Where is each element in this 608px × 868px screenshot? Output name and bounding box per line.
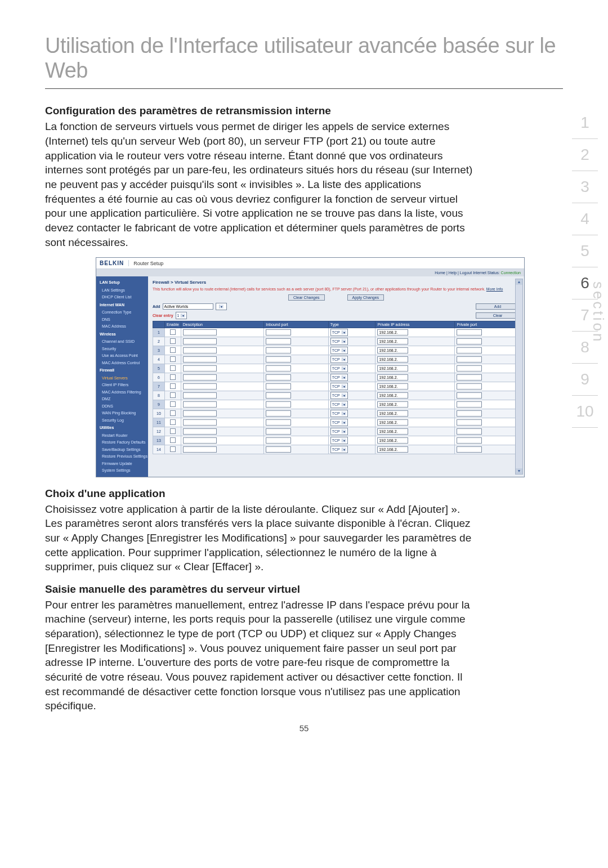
private-ip-input[interactable]	[377, 329, 408, 335]
checkbox-icon[interactable]	[170, 392, 176, 398]
private-port-input[interactable]	[457, 374, 482, 381]
private-ip-cell[interactable]	[375, 436, 455, 445]
nav-item[interactable]: DMZ	[96, 396, 148, 403]
description-input[interactable]	[183, 329, 217, 335]
enable-cell[interactable]	[165, 346, 181, 355]
more-info-link[interactable]: More Info	[486, 287, 503, 291]
description-input[interactable]	[183, 347, 217, 354]
private-port-input[interactable]	[457, 428, 482, 435]
nav-item[interactable]: MAC Address	[96, 323, 148, 330]
description-cell[interactable]	[181, 391, 264, 400]
nav-item[interactable]: DDNS	[96, 403, 148, 410]
nav-item[interactable]: Security Log	[96, 417, 148, 424]
private-port-input[interactable]	[457, 392, 482, 399]
private-ip-cell[interactable]	[375, 418, 455, 427]
private-port-cell[interactable]	[455, 337, 520, 346]
private-ip-input[interactable]	[377, 392, 408, 399]
inbound-port-input[interactable]	[266, 383, 291, 390]
private-port-input[interactable]	[457, 383, 482, 390]
inbound-port-input[interactable]	[266, 374, 291, 381]
description-cell[interactable]	[181, 364, 264, 373]
description-input[interactable]	[183, 383, 217, 390]
private-ip-cell[interactable]	[375, 364, 455, 373]
description-input[interactable]	[183, 446, 217, 453]
type-select[interactable]: TCP	[330, 338, 348, 345]
checkbox-icon[interactable]	[170, 347, 176, 353]
private-port-input[interactable]	[457, 419, 482, 426]
type-cell[interactable]: TCP	[328, 391, 375, 400]
description-cell[interactable]	[181, 373, 264, 382]
clear-changes-button[interactable]: Clear Changes	[288, 294, 325, 301]
private-port-cell[interactable]	[455, 445, 520, 454]
inbound-port-input[interactable]	[266, 428, 291, 435]
type-cell[interactable]: TCP	[328, 418, 375, 427]
private-port-cell[interactable]	[455, 328, 520, 337]
checkbox-icon[interactable]	[170, 374, 176, 380]
description-cell[interactable]	[181, 436, 264, 445]
private-port-cell[interactable]	[455, 436, 520, 445]
nav-item[interactable]: Client IP Filters	[96, 382, 148, 389]
type-select[interactable]: TCP	[330, 365, 348, 372]
type-cell[interactable]: TCP	[328, 409, 375, 418]
inbound-port-cell[interactable]	[264, 382, 328, 391]
apply-changes-button[interactable]: Apply Changes	[347, 294, 384, 301]
private-port-cell[interactable]	[455, 355, 520, 364]
private-ip-cell[interactable]	[375, 346, 455, 355]
description-cell[interactable]	[181, 355, 264, 364]
description-cell[interactable]	[181, 409, 264, 418]
private-ip-input[interactable]	[377, 383, 408, 390]
enable-cell[interactable]	[165, 337, 181, 346]
clear-button[interactable]: Clear	[476, 312, 520, 319]
add-button[interactable]: Add	[476, 303, 520, 310]
inbound-port-cell[interactable]	[264, 346, 328, 355]
inbound-port-input[interactable]	[266, 329, 291, 335]
description-cell[interactable]	[181, 382, 264, 391]
enable-cell[interactable]	[165, 409, 181, 418]
private-port-input[interactable]	[457, 347, 482, 354]
type-cell[interactable]: TCP	[328, 427, 375, 436]
nav-item[interactable]: Connection Type	[96, 309, 148, 316]
inbound-port-cell[interactable]	[264, 436, 328, 445]
description-cell[interactable]	[181, 346, 264, 355]
private-ip-input[interactable]	[377, 374, 408, 381]
router-topbar-links[interactable]: Home | Help | Logout Internet Status:	[435, 271, 499, 275]
nav-item[interactable]: Virtual Servers	[96, 375, 148, 382]
nav-item[interactable]: Channel and SSID	[96, 338, 148, 346]
inbound-port-input[interactable]	[266, 338, 291, 344]
inbound-port-cell[interactable]	[264, 364, 328, 373]
type-cell[interactable]: TCP	[328, 328, 375, 337]
description-input[interactable]	[183, 374, 217, 381]
private-ip-cell[interactable]	[375, 427, 455, 436]
scrollbar[interactable]	[515, 279, 523, 475]
type-select[interactable]: TCP	[330, 329, 348, 336]
description-cell[interactable]	[181, 337, 264, 346]
private-port-cell[interactable]	[455, 418, 520, 427]
description-input[interactable]	[183, 437, 217, 444]
description-input[interactable]	[183, 419, 217, 426]
private-port-input[interactable]	[457, 329, 482, 335]
inbound-port-input[interactable]	[266, 356, 291, 363]
private-ip-cell[interactable]	[375, 409, 455, 418]
inbound-port-cell[interactable]	[264, 391, 328, 400]
inbound-port-cell[interactable]	[264, 400, 328, 409]
description-input[interactable]	[183, 428, 217, 435]
private-port-input[interactable]	[457, 365, 482, 372]
type-select[interactable]: TCP	[330, 374, 348, 381]
enable-cell[interactable]	[165, 436, 181, 445]
private-ip-cell[interactable]	[375, 391, 455, 400]
private-ip-input[interactable]	[377, 347, 408, 354]
type-cell[interactable]: TCP	[328, 337, 375, 346]
type-cell[interactable]: TCP	[328, 355, 375, 364]
description-cell[interactable]	[181, 328, 264, 337]
nav-item[interactable]: Restart Router	[96, 432, 148, 440]
inbound-port-input[interactable]	[266, 410, 291, 417]
inbound-port-input[interactable]	[266, 437, 291, 444]
private-ip-input[interactable]	[377, 437, 408, 444]
type-select[interactable]: TCP	[330, 401, 348, 408]
nav-item[interactable]: Restore Factory Defaults	[96, 439, 148, 446]
nav-item[interactable]: System Settings	[96, 467, 148, 475]
inbound-port-input[interactable]	[266, 347, 291, 354]
private-port-cell[interactable]	[455, 382, 520, 391]
enable-cell[interactable]	[165, 400, 181, 409]
type-cell[interactable]: TCP	[328, 373, 375, 382]
